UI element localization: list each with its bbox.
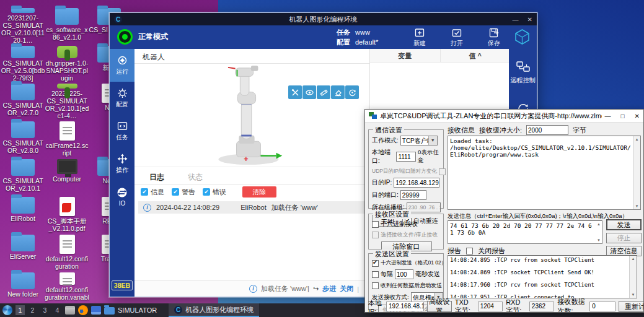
- nav-item-operate[interactable]: 操作: [110, 147, 135, 180]
- desktop-item[interactable]: New folder: [1, 271, 45, 308]
- app-window-icon[interactable]: [91, 306, 101, 315]
- buffer-size-input[interactable]: 2000: [526, 125, 568, 135]
- desktop-item[interactable]: CS_SIMULATOR_v2.5.0[bdb2-79f3]: [1, 44, 45, 82]
- workspace-1-button[interactable]: 1: [15, 305, 25, 315]
- save-task-button[interactable]: 保存: [480, 27, 508, 48]
- advanced-settings-button[interactable]: 高级设置: [427, 301, 452, 312]
- close-task-button[interactable]: 关闭: [340, 284, 353, 293]
- desktop-item[interactable]: cs_software_x86_v2.1.0: [45, 6, 89, 44]
- workspace-3-button[interactable]: 3: [40, 305, 50, 315]
- open-task-button[interactable]: 打开: [443, 27, 470, 48]
- interval-send-checkbox[interactable]: [372, 271, 379, 278]
- visibility-button[interactable]: [302, 85, 316, 99]
- desktop-item[interactable]: default12.configuration.variables: [45, 271, 89, 308]
- filter-error-label: 错误: [213, 188, 226, 197]
- hex-recv-checkbox[interactable]: [372, 221, 379, 228]
- minimize-icon[interactable]: —: [605, 113, 611, 119]
- maximize-icon[interactable]: □: [621, 113, 625, 119]
- report-list[interactable]: 14:08:24.895 :TCP rcv from socket TCPCli…: [448, 255, 637, 298]
- workspace-4-button[interactable]: 4: [53, 305, 62, 315]
- desktop-item[interactable]: EliRobot: [1, 195, 45, 233]
- reset-view-button[interactable]: [345, 85, 359, 99]
- hex-send-checkbox[interactable]: [372, 260, 379, 267]
- workspace-2-button[interactable]: 2: [28, 305, 37, 315]
- desktop-item[interactable]: CS_脚本手册_V2.11.0.pdf: [45, 195, 89, 233]
- filter-info-checkbox[interactable]: ✔信息: [141, 188, 164, 197]
- desktop-item[interactable]: EliServer: [1, 233, 45, 271]
- desktop-item[interactable]: Computer: [45, 157, 89, 195]
- column-variable[interactable]: 变量: [370, 49, 441, 62]
- nav-item-io[interactable]: IO: [110, 180, 135, 213]
- report-scrollbar[interactable]: ▲▼: [629, 256, 637, 298]
- mode-label: 正常模式: [138, 32, 168, 42]
- close-icon[interactable]: ✕: [527, 16, 532, 23]
- remote-control-button[interactable]: 远程控制: [509, 61, 537, 85]
- work-mode-select[interactable]: TCP客户端▼: [400, 136, 438, 145]
- tools-button[interactable]: [288, 85, 302, 99]
- report-line: 14:08:24.869 :TCP socket TCPClient Send …: [450, 269, 628, 276]
- auto-send-checkbox[interactable]: [372, 282, 379, 289]
- desktop-item[interactable]: 20231207-CS_SIMULATOR_v2.10.0[1120-1…: [1, 6, 45, 44]
- firefox-icon[interactable]: [78, 305, 88, 315]
- tcp-window-titlebar[interactable]: 卓岚TCP&UDP调试工具-ZLAN专业的串口联网方案提供商-http://ww…: [365, 110, 643, 123]
- dest-port-input[interactable]: 29999: [400, 190, 426, 200]
- nav-item-task[interactable]: 任务: [110, 115, 135, 147]
- desktop-item[interactable]: CS_SIMULATOR_v2.10.1: [1, 157, 45, 195]
- recount-button[interactable]: 重新计数: [619, 301, 644, 312]
- log-entry-row[interactable]: i 2024-04-22 14:08:29 EliRobot 加载任务 'www…: [138, 201, 366, 214]
- measure-button[interactable]: [317, 85, 330, 99]
- desktop-item[interactable]: default12.configuration: [45, 233, 89, 271]
- robot-3d-viewport[interactable]: + + −: [135, 64, 369, 167]
- close-report-checkbox[interactable]: [466, 248, 473, 254]
- column-value-sort[interactable]: 值 ^: [441, 49, 511, 62]
- log-message: 加载任务 'www': [271, 203, 318, 212]
- desktop-item[interactable]: dh.gripper-1.0-SNAPSHOT.plugin: [45, 44, 89, 82]
- file-manager-icon[interactable]: [65, 306, 75, 315]
- desktop-item[interactable]: CS_SIMULATOR_v2.8.0: [1, 119, 45, 157]
- nav-label: 操作: [116, 166, 128, 175]
- minimize-icon[interactable]: —: [513, 16, 519, 23]
- robot-window-titlebar[interactable]: C 机器人图形化编程环境 — ✕: [110, 13, 537, 25]
- close-icon[interactable]: ✕: [635, 113, 640, 119]
- local-port-input[interactable]: 1111: [396, 152, 416, 162]
- folder-window-label[interactable]: SIMULATOR: [118, 306, 157, 314]
- send-textarea[interactable]: 74 61 73 6b 20 2d 70 20 77 77 77 2e 74 6…: [448, 220, 602, 244]
- task-value: www: [355, 28, 370, 36]
- dest-ip-input[interactable]: 192.168.48.129: [394, 178, 439, 188]
- config-label: 配置: [337, 38, 350, 47]
- desktop-item-label: 20231207-CS_SIMULATOR_v2.10.0[1120-1…: [1, 14, 45, 44]
- receive-scrollbar[interactable]: ▲▼: [633, 136, 640, 209]
- report-line: 14:08:24.895 :TCP rcv from socket TCPCli…: [450, 257, 628, 264]
- task-label: 任务: [337, 28, 350, 37]
- filter-error-checkbox[interactable]: ✔错误: [203, 188, 226, 197]
- desktop-item[interactable]: calFrame12.script: [45, 119, 89, 157]
- nav-item-config[interactable]: 配置: [110, 82, 135, 115]
- info-icon: i: [143, 204, 151, 212]
- tools-icon: [291, 89, 299, 97]
- clear-log-button[interactable]: 清除: [242, 186, 276, 198]
- nav-item-run[interactable]: 运行: [110, 49, 135, 82]
- eraser-icon: [334, 89, 342, 97]
- new-task-button[interactable]: 新建: [406, 27, 433, 48]
- nav-label: 配置: [116, 100, 128, 109]
- tab-log[interactable]: 日志: [149, 172, 164, 184]
- report-line: 14:08:17.960 :TCP rcv from socket TCPCli…: [450, 282, 628, 289]
- send-scroll-arrows[interactable]: ▲▼: [596, 221, 602, 243]
- send-button[interactable]: 发送: [606, 219, 642, 230]
- receive-textarea[interactable]: Loaded task: /home/elite/Desktop/CS_SIMU…: [448, 136, 641, 210]
- close-report-label: 关闭报告: [478, 246, 505, 256]
- desktop-item[interactable]: 20231225-CS_SIMULATOR_v2.10.1[edc1-4…: [45, 82, 89, 119]
- interval-input[interactable]: 100: [395, 269, 413, 279]
- recv-count-input[interactable]: 0: [589, 302, 615, 311]
- filter-warn-checkbox[interactable]: ✔警告: [172, 188, 195, 197]
- tab-status[interactable]: 状态: [188, 172, 203, 184]
- folder-window-icon[interactable]: [104, 307, 115, 315]
- local-ip-value: 192.168.48.1: [386, 302, 424, 311]
- active-task-button[interactable]: C 机器人图形化编程环境: [169, 303, 259, 317]
- recv-count-label: 接收数据次数:: [557, 297, 586, 313]
- eraser-button[interactable]: [331, 85, 345, 99]
- desktop-item[interactable]: CS_SIMULATOR_v2.7.0: [1, 82, 45, 119]
- distro-logo-icon[interactable]: [2, 305, 12, 315]
- filter-info-label: 信息: [151, 188, 164, 197]
- step-button[interactable]: 步进: [322, 284, 336, 293]
